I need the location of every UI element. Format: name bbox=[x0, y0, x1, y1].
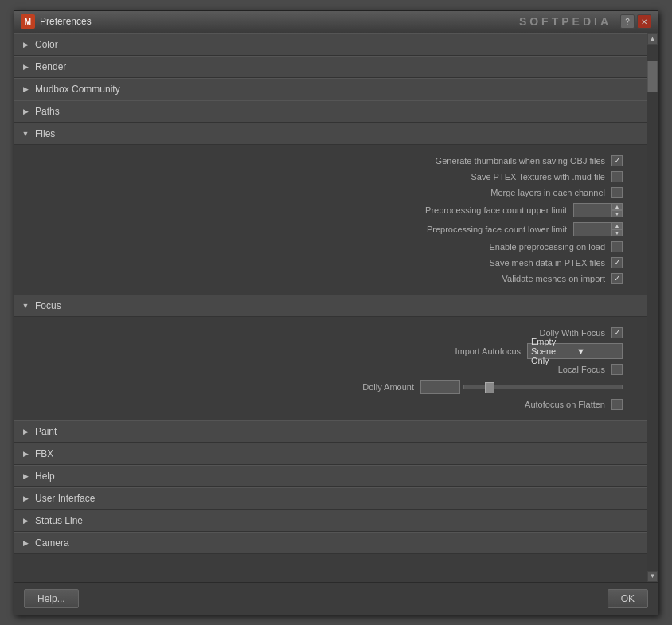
close-button[interactable]: ✕ bbox=[637, 14, 651, 29]
section-header-focus[interactable]: ▼ Focus bbox=[14, 295, 647, 317]
local-focus-label: Local Focus bbox=[558, 365, 605, 374]
toggle-icon-paint: ▶ bbox=[21, 427, 30, 436]
import-autofocus-value: Empty Scene Only bbox=[531, 337, 573, 365]
section-header-help[interactable]: ▶ Help bbox=[14, 465, 647, 487]
row-generate-thumbnails: Generate thumbnails when saving OBJ file… bbox=[14, 153, 647, 169]
save-ptex-control bbox=[611, 171, 623, 182]
toggle-icon-fbx: ▶ bbox=[21, 449, 30, 459]
scroll-thumb[interactable] bbox=[647, 61, 658, 92]
app-icon: M bbox=[21, 14, 35, 29]
section-header-render[interactable]: ▶ Render bbox=[14, 56, 647, 78]
autofocus-flatten-checkbox[interactable] bbox=[611, 399, 623, 410]
section-header-statusline[interactable]: ▶ Status Line bbox=[14, 510, 647, 532]
dropdown-arrow-icon: ▼ bbox=[576, 346, 619, 356]
section-header-mudbox[interactable]: ▶ Mudbox Community bbox=[14, 78, 647, 100]
row-save-ptex: Save PTEX Textures with .mud file bbox=[14, 169, 647, 185]
toggle-icon-color: ▶ bbox=[21, 40, 30, 49]
row-preproc-lower: Preprocessing face count lower limit 100… bbox=[14, 220, 647, 239]
save-mesh-control bbox=[611, 257, 623, 268]
files-content: Generate thumbnails when saving OBJ file… bbox=[14, 145, 647, 295]
row-merge-layers: Merge layers in each channel bbox=[14, 185, 647, 201]
toggle-icon-paths: ▶ bbox=[21, 107, 30, 116]
save-ptex-label: Save PTEX Textures with .mud file bbox=[471, 172, 605, 182]
dolly-with-focus-checkbox[interactable] bbox=[611, 327, 623, 338]
toggle-icon-render: ▶ bbox=[21, 62, 30, 72]
section-label-focus: Focus bbox=[35, 300, 61, 311]
import-autofocus-label: Import Autofocus bbox=[455, 346, 521, 356]
preferences-window: M Preferences SOFTPEDIA ? ✕ ▶ Color ▶ Re… bbox=[14, 10, 658, 615]
focus-content: Dolly With Focus Import Autofocus Empty … bbox=[14, 317, 647, 420]
preproc-lower-up[interactable]: ▲ bbox=[611, 222, 623, 229]
section-header-files[interactable]: ▼ Files bbox=[14, 123, 647, 145]
section-label-ui: User Interface bbox=[35, 493, 95, 504]
ok-button[interactable]: OK bbox=[608, 589, 648, 608]
enable-preproc-control bbox=[611, 241, 623, 252]
dolly-amount-label: Dolly Amount bbox=[362, 382, 414, 392]
scroll-up-btn[interactable]: ▲ bbox=[647, 33, 658, 45]
local-focus-control bbox=[611, 364, 623, 375]
autofocus-flatten-label: Autofocus on Flatten bbox=[525, 400, 605, 409]
toggle-icon-ui: ▶ bbox=[21, 494, 30, 503]
import-autofocus-dropdown[interactable]: Empty Scene Only ▼ bbox=[527, 343, 623, 359]
watermark: SOFTPEDIA bbox=[519, 15, 611, 28]
validate-meshes-control bbox=[611, 273, 623, 284]
toggle-icon-camera: ▶ bbox=[21, 538, 30, 548]
dolly-amount-thumb[interactable] bbox=[485, 382, 494, 393]
help-button[interactable]: ? bbox=[620, 14, 635, 29]
row-dolly-amount: Dolly Amount 26.80 bbox=[14, 377, 647, 396]
preproc-upper-down[interactable]: ▼ bbox=[611, 210, 623, 217]
section-label-help: Help bbox=[35, 471, 55, 482]
import-autofocus-control: Empty Scene Only ▼ bbox=[527, 343, 623, 359]
section-label-paths: Paths bbox=[35, 106, 60, 117]
preproc-upper-spinbox: 10000 ▲ ▼ bbox=[573, 203, 623, 217]
section-header-color[interactable]: ▶ Color bbox=[14, 33, 647, 56]
save-mesh-checkbox[interactable] bbox=[611, 257, 623, 268]
footer: Help... OK bbox=[14, 582, 658, 615]
help-button[interactable]: Help... bbox=[24, 589, 79, 608]
section-header-ui[interactable]: ▶ User Interface bbox=[14, 487, 647, 510]
preproc-lower-down[interactable]: ▼ bbox=[611, 229, 623, 236]
scroll-thumb-area bbox=[647, 45, 658, 571]
dolly-amount-input[interactable]: 26.80 bbox=[420, 380, 460, 394]
section-label-camera: Camera bbox=[35, 537, 69, 549]
save-ptex-checkbox[interactable] bbox=[611, 171, 623, 182]
preproc-upper-input[interactable]: 10000 bbox=[573, 203, 611, 217]
row-validate-meshes: Validate meshes on import bbox=[14, 271, 647, 287]
scroll-content[interactable]: ▶ Color ▶ Render ▶ Mudbox Community ▶ Pa… bbox=[14, 33, 647, 582]
preproc-upper-spinbtns: ▲ ▼ bbox=[611, 203, 623, 217]
section-header-paint[interactable]: ▶ Paint bbox=[14, 420, 647, 443]
dolly-with-focus-control bbox=[611, 327, 623, 338]
scrollbar: ▲ ▼ bbox=[647, 33, 658, 582]
preproc-lower-label: Preprocessing face count lower limit bbox=[427, 225, 567, 234]
row-import-autofocus: Import Autofocus Empty Scene Only ▼ bbox=[14, 341, 647, 361]
row-autofocus-flatten: Autofocus on Flatten bbox=[14, 396, 647, 412]
section-label-render: Render bbox=[35, 61, 66, 72]
section-label-files: Files bbox=[35, 128, 55, 139]
enable-preproc-checkbox[interactable] bbox=[611, 241, 623, 252]
section-label-paint: Paint bbox=[35, 426, 57, 437]
section-header-camera[interactable]: ▶ Camera bbox=[14, 532, 647, 554]
preproc-lower-input[interactable]: 1000 bbox=[573, 222, 611, 236]
section-label-color: Color bbox=[35, 39, 58, 50]
dolly-amount-control: 26.80 bbox=[420, 380, 623, 394]
merge-layers-control bbox=[611, 187, 623, 198]
validate-meshes-label: Validate meshes on import bbox=[502, 274, 605, 283]
generate-thumbnails-label: Generate thumbnails when saving OBJ file… bbox=[436, 156, 605, 166]
row-preproc-upper: Preprocessing face count upper limit 100… bbox=[14, 201, 647, 220]
section-header-fbx[interactable]: ▶ FBX bbox=[14, 443, 647, 465]
dolly-amount-slider[interactable] bbox=[463, 385, 623, 389]
generate-thumbnails-checkbox[interactable] bbox=[611, 155, 623, 166]
merge-layers-label: Merge layers in each channel bbox=[490, 188, 605, 197]
merge-layers-checkbox[interactable] bbox=[611, 187, 623, 198]
row-save-mesh: Save mesh data in PTEX files bbox=[14, 255, 647, 271]
preproc-upper-label: Preprocessing face count upper limit bbox=[425, 205, 567, 215]
local-focus-checkbox[interactable] bbox=[611, 364, 623, 375]
window-title: Preferences bbox=[40, 16, 519, 27]
section-header-paths[interactable]: ▶ Paths bbox=[14, 100, 647, 123]
section-label-fbx: FBX bbox=[35, 448, 53, 459]
validate-meshes-checkbox[interactable] bbox=[611, 273, 623, 284]
generate-thumbnails-control bbox=[611, 155, 623, 166]
row-enable-preproc: Enable preprocessing on load bbox=[14, 239, 647, 255]
scroll-down-btn[interactable]: ▼ bbox=[647, 571, 658, 582]
preproc-upper-up[interactable]: ▲ bbox=[611, 203, 623, 210]
